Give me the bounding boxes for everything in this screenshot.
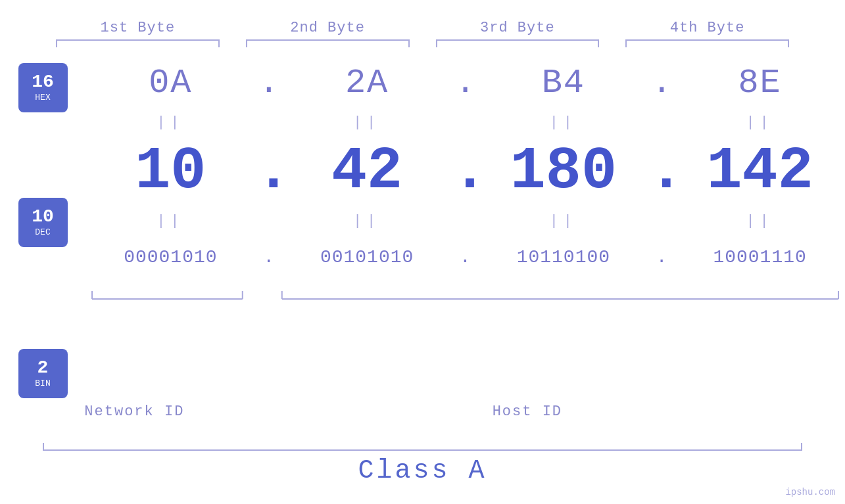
top-bracket-4 — [612, 39, 802, 53]
class-a-bracket — [43, 436, 802, 451]
network-id-label: Network ID — [43, 403, 226, 430]
hex-val-1: 0A — [85, 64, 256, 103]
bin-dot-1: . — [256, 247, 282, 267]
hex-badge-number: 16 — [32, 73, 54, 91]
dec-dot-3: . — [648, 138, 675, 205]
hex-badge-label: HEX — [35, 93, 50, 103]
hex-badge: 16 HEX — [18, 63, 68, 112]
hex-dot-3: . — [648, 64, 675, 103]
equals-row-1: || || || || — [85, 109, 845, 135]
equals-7: || — [479, 213, 649, 229]
dec-val-4: 142 — [675, 138, 845, 205]
bottom-brackets-area — [85, 283, 845, 300]
dec-val-1: 10 — [85, 138, 256, 205]
byte-label-3: 3rd Byte — [423, 20, 613, 36]
dec-dot-2: . — [452, 138, 479, 205]
bin-dot-3: . — [648, 247, 675, 267]
bin-badge-label: BIN — [35, 378, 50, 388]
dec-badge-number: 10 — [32, 208, 54, 226]
bin-val-4: 10001110 — [675, 247, 845, 267]
hex-val-3: B4 — [479, 64, 649, 103]
dec-val-2: 42 — [282, 138, 452, 205]
bin-badge-number: 2 — [37, 359, 49, 377]
dec-badge-label: DEC — [35, 227, 50, 237]
equals-row-2: || || || || — [85, 208, 845, 234]
bin-val-1: 00001010 — [85, 247, 256, 267]
dec-val-3: 180 — [479, 138, 649, 205]
main-container: 1st Byte 2nd Byte 3rd Byte 4th Byte 16 H… — [0, 0, 845, 504]
bin-badge: 2 BIN — [18, 349, 68, 398]
watermark: ipshu.com — [785, 487, 835, 497]
bin-val-2: 00101010 — [282, 247, 452, 267]
hex-dot-2: . — [452, 64, 479, 103]
top-bracket-2 — [233, 39, 423, 53]
top-bracket-1 — [43, 39, 233, 53]
byte-label-1: 1st Byte — [43, 20, 233, 36]
dec-row: 10 . 42 . 180 . 142 — [85, 135, 845, 208]
equals-5: || — [85, 213, 256, 229]
bin-row: 00001010 . 00101010 . 10110100 . 1000111… — [85, 234, 845, 280]
byte-label-4: 4th Byte — [612, 20, 802, 36]
dec-badge: 10 DEC — [18, 198, 68, 247]
hex-val-2: 2A — [282, 64, 452, 103]
host-id-label: Host ID — [253, 403, 802, 430]
class-a-label-row: Class A — [43, 456, 802, 486]
class-a-label: Class A — [358, 456, 487, 486]
bin-dot-2: . — [452, 247, 479, 267]
hex-val-4: 8E — [675, 64, 845, 103]
equals-2: || — [282, 114, 452, 131]
equals-6: || — [282, 213, 452, 229]
dec-dot-1: . — [256, 138, 282, 205]
top-bracket-3 — [423, 39, 613, 53]
badges-column: 16 HEX 10 DEC 2 BIN — [0, 57, 85, 398]
bin-val-3: 10110100 — [479, 247, 649, 267]
byte-label-2: 2nd Byte — [233, 20, 423, 36]
hex-dot-1: . — [256, 64, 282, 103]
equals-8: || — [675, 213, 845, 229]
equals-1: || — [85, 114, 256, 131]
equals-3: || — [479, 114, 649, 131]
equals-4: || — [675, 114, 845, 131]
hex-row: 0A . 2A . B4 . 8E — [85, 57, 845, 109]
